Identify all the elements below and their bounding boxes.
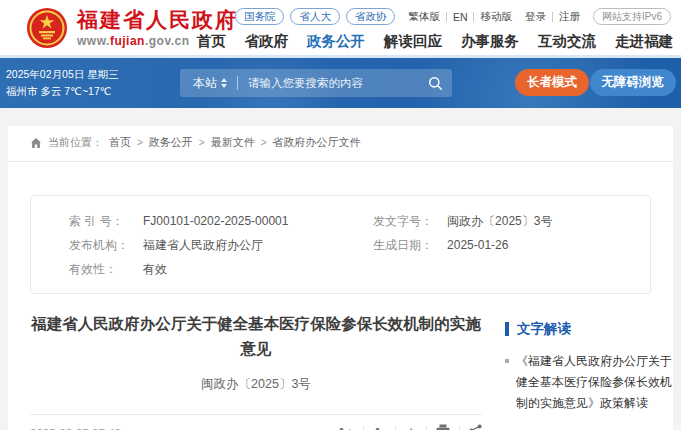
meta-column-left: 索 引 号： FJ00101-0202-2025-00001 发布机构： 福建省… [69, 209, 373, 281]
meta-value: 2025-01-26 [447, 238, 508, 252]
print-button[interactable] [436, 424, 450, 430]
article-title: 福建省人民政府办公厅关于健全基本医疗保险参保长效机制的实施意见 [30, 311, 482, 361]
meta-field-validity: 有效性： 有效 [69, 257, 373, 281]
search-bar: 本站 [180, 69, 452, 97]
meta-field-issuing-agency: 发布机构： 福建省人民政府办公厅 [69, 233, 373, 257]
home-icon [30, 137, 42, 149]
sidebar-item-label: 《福建省人民政府办公厅关于健全基本医疗保险参保长效机制的实施意见》政策解读 [516, 351, 673, 414]
main-nav: 首页 省政府 政务公开 解读回应 办事服务 互动交流 走进福建 [197, 31, 674, 51]
search-icon [428, 76, 443, 91]
meta-value: 有效 [143, 261, 167, 278]
sidebar-item-policy-interpretation[interactable]: 《福建省人民政府办公厅关于健全基本医疗保险参保长效机制的实施意见》政策解读 [505, 351, 673, 414]
register-link[interactable]: 注册 [559, 10, 580, 24]
english-link[interactable]: EN [453, 11, 468, 23]
article-doc-number: 闽政办〔2025〕3号 [30, 376, 482, 393]
share-icon [469, 424, 482, 430]
meta-label: 发文字号： [373, 213, 447, 230]
meta-column-right: 发文字号： 闽政办〔2025〕3号 生成日期： 2025-01-26 [373, 209, 612, 281]
publish-time: 2025-02-05 07:40 [30, 427, 121, 430]
breadcrumb-government-disclosure[interactable]: 政务公开 [149, 135, 193, 150]
meta-field-index-number: 索 引 号： FJ00101-0202-2025-00001 [69, 209, 373, 233]
divider [552, 12, 553, 22]
printer-icon [436, 424, 450, 430]
breadcrumb-office-documents[interactable]: 省政府办公厅文件 [273, 135, 361, 150]
breadcrumb-home[interactable]: 首页 [109, 135, 131, 150]
site-name: 福建省人民政府 [77, 8, 238, 32]
datetime-weather: 2025年02月05日 星期三 福州市 多云 7℃~17℃ [6, 66, 119, 100]
nav-item-interaction[interactable]: 互动交流 [538, 31, 596, 51]
divider [237, 76, 238, 90]
url-domain: fujian [110, 34, 145, 48]
breadcrumb-latest-documents[interactable]: 最新文件 [211, 135, 255, 150]
page: 福建省人民政府 www.fujian.gov.cn 国务院 省人大 省政协 繁体… [0, 0, 681, 430]
search-input[interactable] [248, 77, 428, 89]
breadcrumb: 当前位置： 首页 > 政务公开 > 最新文件 > 省政府办公厅文件 [8, 126, 673, 162]
article-column: 福建省人民政府办公厅关于健全基本医疗保险参保长效机制的实施意见 闽政办〔2025… [30, 294, 482, 430]
divider [446, 12, 447, 22]
sidebar-heading: 文字解读 [505, 320, 673, 338]
breadcrumb-separator: > [261, 137, 267, 148]
nav-item-discover-fujian[interactable]: 走进福建 [615, 31, 673, 51]
article-actions: A+ A- ★ [337, 424, 482, 430]
nav-item-home[interactable]: 首页 [197, 31, 226, 51]
state-council-link[interactable]: 国务院 [235, 8, 285, 25]
weather-text: 福州市 多云 7℃~17℃ [6, 83, 119, 100]
gov-quick-links: 国务院 省人大 省政协 [235, 8, 396, 25]
nav-item-interpretation[interactable]: 解读回应 [384, 31, 442, 51]
divider [473, 12, 474, 22]
chevron-updown-icon [221, 78, 227, 88]
content-card: 当前位置： 首页 > 政务公开 > 最新文件 > 省政府办公厅文件 索 引 号：… [8, 126, 673, 430]
breadcrumb-separator: > [137, 137, 143, 148]
date-text: 2025年02月05日 星期三 [6, 66, 119, 83]
font-decrease-button[interactable]: A- [373, 425, 387, 430]
meta-value: 福建省人民政府办公厅 [143, 237, 263, 254]
bullet-dot-icon [505, 359, 509, 363]
breadcrumb-prefix: 当前位置： [48, 135, 103, 150]
site-header: 福建省人民政府 www.fujian.gov.cn 国务院 省人大 省政协 繁体… [0, 0, 681, 58]
breadcrumb-separator: > [199, 137, 205, 148]
meta-value: FJ00101-0202-2025-00001 [143, 214, 288, 228]
interpretation-sidebar: 文字解读 《福建省人民政府办公厅关于健全基本医疗保险参保长效机制的实施意见》政策… [505, 294, 673, 430]
traditional-chinese-link[interactable]: 繁体版 [408, 10, 440, 24]
search-scope-dropdown[interactable]: 本站 [193, 75, 227, 92]
font-increase-button[interactable]: A+ [337, 425, 354, 430]
accessibility-button[interactable]: 无障碍浏览 [590, 69, 677, 96]
meta-label: 索 引 号： [69, 213, 143, 230]
cppcc-link[interactable]: 省政协 [346, 8, 396, 25]
meta-label: 有效性： [69, 261, 143, 278]
meta-field-document-number: 发文字号： 闽政办〔2025〕3号 [373, 209, 612, 233]
heading-accent-bar [505, 322, 509, 336]
url-prefix: www. [77, 34, 110, 48]
favorite-star-icon[interactable]: ★ [405, 425, 417, 430]
share-button[interactable] [469, 424, 482, 430]
nav-item-government-disclosure[interactable]: 政务公开 [307, 31, 365, 51]
mobile-version-link[interactable]: 移动版 [480, 10, 512, 24]
search-button[interactable] [428, 76, 443, 91]
sidebar-heading-label: 文字解读 [517, 320, 571, 338]
auth-links: 登录 注册 [525, 10, 580, 24]
header-top-links: 国务院 省人大 省政协 繁体版 EN 移动版 登录 注册 网站支持IPv6 [235, 8, 671, 25]
main-row: 福建省人民政府办公厅关于健全基本医疗保险参保长效机制的实施意见 闽政办〔2025… [8, 294, 673, 430]
meta-field-creation-date: 生成日期： 2025-01-26 [373, 233, 612, 257]
document-meta-card: 索 引 号： FJ00101-0202-2025-00001 发布机构： 福建省… [30, 195, 651, 294]
banner: 2025年02月05日 星期三 福州市 多云 7℃~17℃ 本站 长者模式 无障… [0, 58, 681, 108]
url-suffix: .gov.cn [145, 34, 190, 48]
login-link[interactable]: 登录 [525, 10, 546, 24]
article-footer: 2025-02-05 07:40 A+ A- ★ [30, 414, 482, 430]
language-links: 繁体版 EN 移动版 [408, 10, 512, 24]
meta-label: 生成日期： [373, 237, 447, 254]
national-emblem-icon [26, 7, 68, 49]
elder-mode-button[interactable]: 长者模式 [515, 69, 589, 96]
nav-item-services[interactable]: 办事服务 [461, 31, 519, 51]
search-scope-label: 本站 [193, 75, 217, 92]
meta-value: 闽政办〔2025〕3号 [447, 213, 552, 230]
nav-item-provincial-government[interactable]: 省政府 [245, 31, 289, 51]
ipv6-badge[interactable]: 网站支持IPv6 [593, 8, 671, 25]
meta-label: 发布机构： [69, 237, 143, 254]
peoples-congress-link[interactable]: 省人大 [290, 8, 340, 25]
